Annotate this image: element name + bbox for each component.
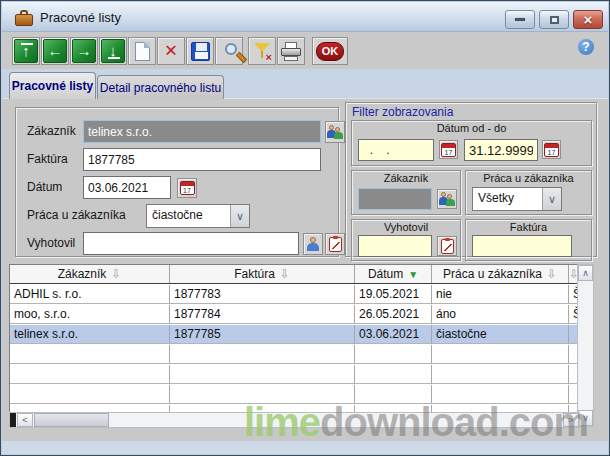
filter-date-from-calendar-button[interactable]: 17 [439, 140, 458, 159]
minimize-button[interactable] [505, 10, 535, 29]
filter-vyhotovil-field[interactable] [358, 235, 432, 257]
previous-record-button[interactable]: ← [41, 37, 69, 65]
save-button[interactable] [186, 37, 214, 65]
table-row[interactable]: moo, s.r.o. 1877784 26.05.2021 áno Šu [10, 305, 579, 325]
horizontal-scrollbar[interactable]: < > [9, 412, 580, 428]
faktura-field[interactable] [83, 148, 321, 171]
filter-praca-box: Práca u zákazníka Všetky ∨ [465, 170, 592, 215]
filter-praca-dropdown-value: Všetky [473, 188, 542, 210]
praca-dropdown[interactable]: čiastočne ∨ [146, 204, 250, 228]
filter-date-to-calendar-button[interactable]: 17 [542, 140, 561, 159]
filter-date-range-box: Dátum od - do 17 17 [351, 120, 592, 166]
maximize-button[interactable] [539, 10, 569, 29]
minimize-icon [515, 18, 525, 21]
new-record-button[interactable] [128, 37, 156, 65]
table-row-selected[interactable]: telinex s.r.o. 1877785 03.06.2021 čiasto… [10, 325, 579, 345]
new-document-icon [135, 42, 150, 61]
filter-praca-label: Práca u zákazníka [466, 172, 591, 184]
calendar-icon: 17 [441, 143, 456, 157]
filter-faktura-label: Faktúra [466, 221, 591, 233]
filter-group: Filter zobrazovania Dátum od - do 17 17 [345, 102, 597, 257]
filter-zakaznik-lookup-button[interactable] [437, 189, 457, 209]
clipboard-icon [441, 239, 454, 254]
tab-pracovne-listy[interactable]: Pracovné listy [9, 72, 96, 99]
filter-vyhotovil-clipboard-button[interactable] [437, 236, 457, 256]
ok-icon: OK [316, 42, 345, 61]
tab-strip: Pracovné listy Detail pracovného listu [2, 69, 608, 99]
datum-label: Dátum [27, 180, 62, 194]
last-record-icon: ↓ [101, 39, 125, 63]
vertical-scrollbar[interactable]: ∧ ∨ [577, 264, 594, 427]
chevron-left-icon: < [22, 415, 27, 425]
search-button[interactable] [215, 37, 243, 65]
vyhotovil-clipboard-button[interactable] [325, 233, 345, 255]
vyhotovil-label: Vyhotovil [27, 236, 75, 250]
praca-label: Práca u zákazníka [27, 208, 126, 222]
toolbar: ↑ ← → ↓ × × [2, 32, 608, 69]
save-floppy-icon [191, 42, 210, 61]
printer-icon [280, 41, 302, 61]
filter-button[interactable]: × [248, 37, 276, 65]
first-record-button[interactable]: ↑ [12, 37, 40, 65]
people-icon [439, 192, 455, 206]
calendar-icon: 17 [180, 181, 195, 195]
column-header-praca[interactable]: Práca u zákazníka ⇩ [432, 265, 569, 283]
horizontal-scroll-thumb[interactable] [34, 413, 109, 427]
vyhotovil-person-button[interactable] [303, 233, 323, 255]
last-record-button[interactable]: ↓ [99, 37, 127, 65]
tab-detail-pracovneho-listu[interactable]: Detail pracovného listu [97, 75, 224, 99]
tab-page: Zákazník Faktúra Dátum 17 Práca u zákazn… [2, 98, 608, 443]
print-button[interactable] [277, 37, 305, 65]
worksheet-form-group: Zákazník Faktúra Dátum 17 Práca u zákazn… [15, 107, 339, 257]
chevron-down-icon[interactable]: ∨ [542, 188, 561, 210]
app-window: Pracovné listy × ↑ ← → ↓ × [0, 0, 610, 456]
datum-field[interactable] [83, 176, 171, 199]
help-icon[interactable]: ? [578, 39, 594, 55]
delete-record-button[interactable]: × [157, 37, 185, 65]
filter-group-title: Filter zobrazovania [352, 105, 453, 119]
sort-icon[interactable]: ⇩ [111, 269, 121, 279]
filter-date-to-field[interactable] [464, 139, 538, 161]
filter-date-range-label: Dátum od - do [352, 122, 591, 134]
filter-faktura-box: Faktúra [465, 219, 592, 261]
chevron-right-icon: > [568, 415, 573, 425]
scroll-left-button[interactable]: < [17, 413, 33, 427]
datum-calendar-button[interactable]: 17 [177, 178, 197, 198]
maximize-icon [550, 16, 559, 24]
zakaznik-lookup-button[interactable] [325, 121, 345, 143]
close-button[interactable]: × [573, 10, 603, 29]
sort-active-icon[interactable]: ▼ [408, 269, 418, 280]
column-header-faktura[interactable]: Faktúra ⇩ [170, 265, 355, 283]
table-header-row: Zákazník ⇩ Faktúra ⇩ Dátum ▼ Práca u zák… [10, 265, 579, 284]
filter-praca-dropdown[interactable]: Všetky ∨ [472, 187, 562, 211]
next-record-icon: → [72, 39, 96, 63]
calendar-icon: 17 [544, 143, 559, 157]
chevron-down-icon[interactable]: ∨ [230, 205, 249, 227]
sort-icon[interactable]: ⇩ [280, 269, 290, 279]
scroll-up-button[interactable]: ∧ [578, 265, 593, 281]
briefcase-icon [15, 9, 33, 26]
previous-record-icon: ← [43, 39, 67, 63]
zakaznik-field[interactable] [83, 120, 321, 143]
table-row[interactable]: ADHIL s. r.o. 1877783 19.05.2021 nie Šu [10, 285, 579, 305]
zakaznik-label: Zákazník [27, 124, 76, 138]
vyhotovil-field[interactable] [83, 232, 299, 255]
chevron-down-icon: ∨ [582, 413, 589, 423]
scroll-right-button[interactable]: > [563, 413, 579, 427]
filter-faktura-field[interactable] [472, 235, 572, 257]
scroll-down-button[interactable]: ∨ [578, 410, 593, 426]
table-row-empty [10, 385, 579, 405]
person-icon [307, 237, 319, 251]
filter-date-from-field[interactable] [358, 139, 434, 161]
chevron-up-icon: ∧ [582, 268, 589, 278]
column-header-datum[interactable]: Dátum ▼ [355, 265, 432, 283]
next-record-button[interactable]: → [70, 37, 98, 65]
filter-zakaznik-label: Zákazník [352, 172, 460, 184]
splitter-handle[interactable] [10, 413, 16, 427]
sort-icon[interactable]: ⇩ [547, 269, 557, 279]
delete-x-icon: × [164, 41, 177, 61]
filter-zakaznik-field[interactable] [358, 188, 432, 210]
column-header-zakaznik[interactable]: Zákazník ⇩ [10, 265, 170, 283]
praca-dropdown-value: čiastočne [147, 205, 230, 227]
ok-button[interactable]: OK [312, 37, 348, 65]
